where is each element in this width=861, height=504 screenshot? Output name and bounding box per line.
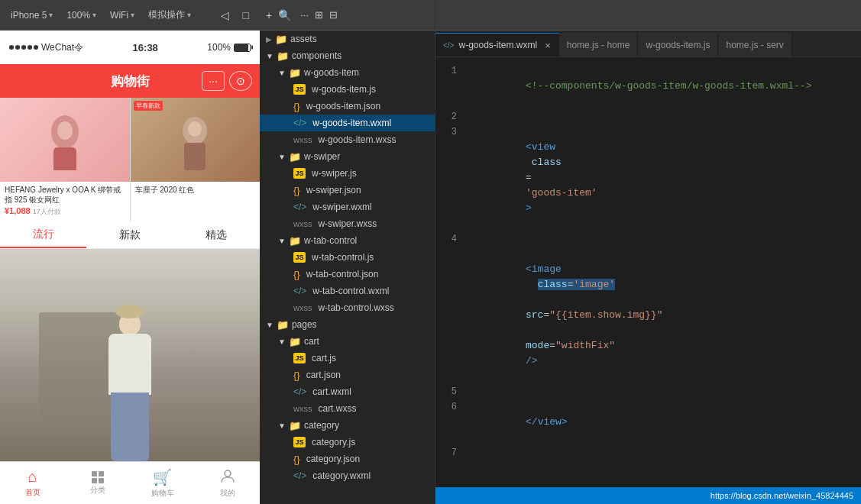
tree-item-assets[interactable]: ▶ 📁 assets (260, 31, 435, 47)
line-number-4: 4 (435, 231, 466, 247)
add-icon[interactable]: + (266, 9, 272, 21)
signal-dots (9, 45, 38, 50)
json-file-icon: {} (293, 370, 300, 381)
folder-icon-assets: 📁 (275, 34, 287, 45)
category-label: 分类 (90, 485, 105, 496)
tree-item-w-tab-control-json[interactable]: {} w-tab-control.json (260, 266, 435, 283)
tab-home-js[interactable]: home.js - home (559, 33, 639, 57)
tree-label-w-goods-item-wxml: w-goods-item.wxml (312, 118, 391, 128)
mode-selector[interactable]: 模拟操作 ▾ (144, 7, 196, 23)
tree-item-w-tab-control-js[interactable]: JS w-tab-control.js (260, 249, 435, 266)
line-number-6: 6 (435, 399, 466, 415)
json-file-icon: {} (293, 185, 300, 196)
product-image-1 (0, 98, 130, 182)
tree-item-w-goods-item-json[interactable]: {} w-goods-item.json (260, 98, 435, 115)
product-grid: HEFANG Jewelry x OOA K 绑带戒指 925 银女网红 ¥1,… (0, 98, 260, 221)
file-tree-panel: + 🔍 ··· ⊞ ⊟ ▶ 📁 assets ▼ 📁 components ▼ … (260, 0, 435, 504)
nav-dots-button[interactable]: ⊙ (229, 71, 252, 91)
folder-chevron-icon: ▼ (278, 69, 286, 77)
tree-item-cart-js[interactable]: JS cart.js (260, 350, 435, 367)
folder-chevron-icon: ▼ (278, 237, 286, 245)
js-file-icon: JS (293, 437, 306, 447)
forward-button[interactable]: □ (238, 8, 254, 23)
tab-new[interactable]: 新款 (86, 221, 173, 248)
status-right: 100% (207, 42, 251, 53)
editor-code-content[interactable]: 1 <!--components/w-goods-item/w-goods-it… (435, 57, 861, 487)
tab-w-goods-item-wxml[interactable]: </> w-goods-item.wxml × (435, 33, 559, 57)
wxss-file-icon: wxss (293, 404, 312, 413)
tree-item-cart[interactable]: ▼ 📁 cart (260, 333, 435, 350)
code-line-2: 2 (435, 109, 861, 124)
mode-chevron-icon: ▾ (187, 11, 191, 19)
cart-icon: 🛒 (153, 468, 172, 486)
svg-point-6 (225, 470, 231, 477)
bottom-nav-home[interactable]: ⌂ 首页 (0, 468, 65, 498)
tree-item-w-swiper-js[interactable]: JS w-swiper.js (260, 165, 435, 182)
tree-label-cart-json: cart.json (306, 370, 341, 380)
tree-item-w-goods-item-js[interactable]: JS w-goods-item.js (260, 81, 435, 98)
tree-item-components[interactable]: ▼ 📁 components (260, 47, 435, 64)
tree-label-cart-wxml: cart.wxml (312, 386, 351, 397)
search-icon[interactable]: 🔍 (278, 9, 291, 21)
tab-trending[interactable]: 流行 (0, 221, 86, 248)
wechat-nav-title: 购物街 (111, 73, 150, 90)
folder-chevron-icon: ▼ (278, 422, 286, 430)
tree-label-w-tab-control-wxss: w-tab-control.wxss (318, 302, 393, 313)
bottom-nav-cart[interactable]: 🛒 购物车 (130, 468, 195, 499)
tab-selected[interactable]: 精选 (173, 221, 260, 248)
svg-rect-1 (53, 147, 76, 170)
nav-menu-button[interactable]: ··· (202, 71, 225, 91)
js-file-icon: JS (293, 84, 306, 95)
nav-icons: ··· ⊙ (202, 71, 252, 91)
product-name-1: HEFANG Jewelry x OOA K 绑带戒指 925 银女网红 (5, 185, 125, 205)
more-icon[interactable]: ··· (300, 9, 309, 21)
network-selector[interactable]: WiFi ▾ (105, 8, 139, 22)
bottom-nav-profile[interactable]: 我的 (195, 468, 260, 499)
split-icon[interactable]: ⊟ (329, 9, 338, 21)
tree-item-cart-wxss[interactable]: wxss cart.wxss (260, 400, 435, 417)
line-number-2: 2 (435, 109, 466, 124)
ide-topbar-right: + 🔍 ··· ⊞ ⊟ (260, 0, 435, 31)
tree-item-pages[interactable]: ▼ 📁 pages (260, 316, 435, 333)
tree-item-category-js[interactable]: JS category.js (260, 434, 435, 451)
product-info-1: HEFANG Jewelry x OOA K 绑带戒指 925 银女网红 ¥1,… (0, 182, 130, 221)
ide-topbar-left: iPhone 5 ▾ 100% ▾ WiFi ▾ 模拟操作 ▾ ◁ □ (0, 0, 260, 31)
js-file-icon: JS (293, 353, 306, 363)
tree-item-w-swiper-wxss[interactable]: wxss w-swiper.wxss (260, 215, 435, 232)
tree-item-cart-json[interactable]: {} cart.json (260, 367, 435, 383)
tree-item-cart-wxml[interactable]: </> cart.wxml (260, 383, 435, 400)
code-line-1: 1 <!--components/w-goods-item/w-goods-it… (435, 63, 861, 109)
tree-item-category-json[interactable]: {} category.json (260, 451, 435, 467)
product-card-2[interactable]: 早春新款 车厘子 2020 红色 (131, 98, 261, 221)
tab-w-goods-item-js[interactable]: w-goods-item.js (638, 33, 718, 57)
tree-label-w-swiper-wxss: w-swiper.wxss (318, 218, 377, 229)
tree-item-w-tab-control[interactable]: ▼ 📁 w-tab-control (260, 232, 435, 249)
bottom-nav-category[interactable]: 分类 (65, 471, 130, 496)
left-panel: iPhone 5 ▾ 100% ▾ WiFi ▾ 模拟操作 ▾ ◁ □ (0, 0, 260, 504)
tree-item-w-swiper-wxml[interactable]: </> w-swiper.wxml (260, 199, 435, 215)
time-display: 16:38 (133, 42, 158, 53)
home-icon: ⌂ (28, 468, 37, 486)
tree-label-w-swiper-wxml: w-swiper.wxml (312, 202, 371, 212)
zoom-selector[interactable]: 100% ▾ (62, 8, 101, 22)
tree-item-w-goods-item-wxss[interactable]: wxss w-goods-item.wxss (260, 131, 435, 148)
tree-item-w-tab-control-wxss[interactable]: wxss w-tab-control.wxss (260, 299, 435, 316)
tree-item-w-swiper-json[interactable]: {} w-swiper.json (260, 182, 435, 199)
tree-item-category-wxml[interactable]: </> category.wxml (260, 467, 435, 484)
tree-item-w-swiper[interactable]: ▼ 📁 w-swiper (260, 148, 435, 165)
photo-placeholder (0, 249, 260, 461)
tab-home-js-serv[interactable]: home.js - serv (718, 33, 791, 57)
tree-item-category[interactable]: ▼ 📁 category (260, 417, 435, 434)
editor-tabs: </> w-goods-item.wxml × home.js - home w… (435, 31, 861, 57)
tree-item-w-goods-item[interactable]: ▼ 📁 w-goods-item (260, 64, 435, 81)
product-card-1[interactable]: HEFANG Jewelry x OOA K 绑带戒指 925 银女网红 ¥1,… (0, 98, 130, 221)
tab-close-icon[interactable]: × (545, 40, 551, 51)
tree-item-w-goods-item-wxml[interactable]: </> w-goods-item.wxml (260, 115, 435, 131)
tree-item-w-tab-control-wxml[interactable]: </> w-tab-control.wxml (260, 283, 435, 299)
back-button[interactable]: ◁ (216, 8, 234, 23)
tree-label-cart: cart (304, 336, 319, 347)
layout-icon[interactable]: ⊞ (315, 9, 323, 21)
tree-label-pages: pages (292, 319, 317, 330)
device-selector[interactable]: iPhone 5 ▾ (6, 8, 57, 22)
status-left: WeChat令 (9, 41, 83, 54)
